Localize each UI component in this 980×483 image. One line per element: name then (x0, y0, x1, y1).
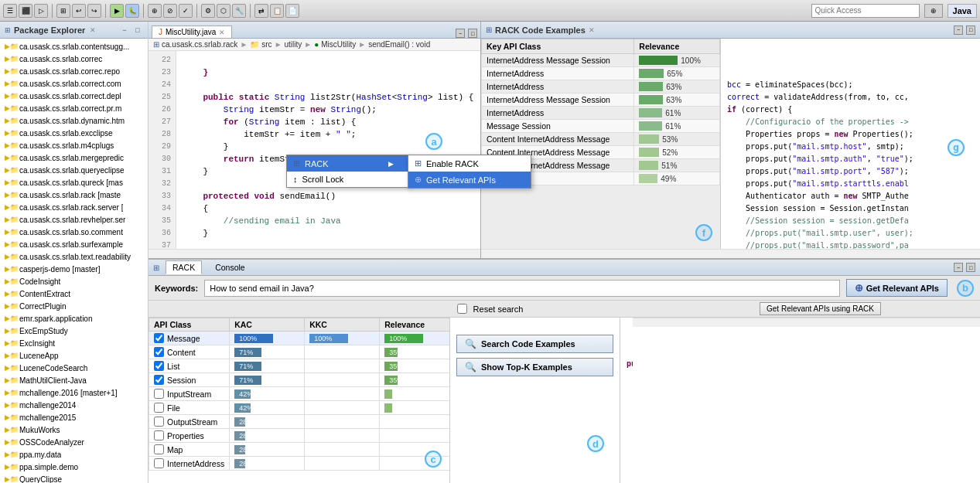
rack-examples-maximize[interactable]: □ (966, 26, 975, 35)
api-row-1[interactable]: Content 71% 35% (149, 345, 451, 359)
tree-item-30[interactable]: ▶📁mchallenge2015 (0, 411, 148, 423)
context-menu-scroll-item[interactable]: ↕ Scroll Lock (287, 172, 409, 187)
api-check-7[interactable] (154, 430, 164, 440)
tree-item-27[interactable]: ▶📁MathUtilClient-Java (0, 374, 148, 386)
bottom-code-scrollbar[interactable] (633, 318, 980, 327)
toolbar-btn-11[interactable]: ⬡ (217, 4, 230, 18)
toolbar-btn-4[interactable]: ⊞ (56, 4, 70, 18)
reset-search-checkbox[interactable] (457, 304, 467, 314)
tree-item-4[interactable]: ▶📁ca.usask.cs.srlab.correct.depl (0, 90, 148, 102)
search-code-examples-button[interactable]: 🔍 Search Code Examples (456, 335, 613, 353)
quick-access-input[interactable] (811, 4, 920, 18)
keywords-input[interactable] (204, 280, 839, 297)
code-lines[interactable]: } public static String list2Str(HashSet<… (176, 51, 480, 249)
api-check-5[interactable] (154, 403, 164, 413)
api-check-3[interactable] (154, 375, 164, 385)
rack-table-row-5[interactable]: Message Session 61% (482, 120, 720, 133)
rack-examples-scrollbar[interactable] (481, 249, 980, 258)
toolbar-btn-1[interactable]: ☰ (3, 4, 17, 18)
toolbar-btn-13[interactable]: ⇄ (254, 4, 268, 18)
tree-item-10[interactable]: ▶📁ca.usask.cs.srlab.queryeclipse (0, 164, 148, 176)
editor-tab-close[interactable]: ✕ (219, 29, 225, 36)
tree-item-23[interactable]: ▶📁ExcEmpStudy (0, 325, 148, 337)
api-check-1[interactable] (154, 347, 164, 357)
tree-item-16[interactable]: ▶📁ca.usask.cs.srlab.surfexample (0, 238, 148, 250)
editor-tab[interactable]: J MiscUtility.java ✕ (152, 26, 232, 38)
tree-item-22[interactable]: ▶📁emr.spark.application (0, 312, 148, 325)
rack-table-row-1[interactable]: InternetAddress 65% (482, 67, 720, 80)
submenu-get-apis[interactable]: ⊕ Get Relevant APIs (408, 172, 531, 188)
tree-item-28[interactable]: ▶📁mchallenge.2016 [master+1] (0, 386, 148, 399)
rack-table-row-6[interactable]: Content InternetAddress Message 53% (482, 133, 720, 146)
toolbar-btn-5[interactable]: ↩ (72, 4, 86, 18)
api-row-6[interactable]: OutputStream 28% (149, 415, 451, 429)
toolbar-btn-12[interactable]: 🔧 (232, 4, 246, 18)
tree-item-33[interactable]: ▶📁ppa.my.data (0, 448, 148, 461)
tree-item-21[interactable]: ▶📁CorrectPlugin (0, 300, 148, 312)
rack-table-row-0[interactable]: InternetAddress Message Session 100% (482, 54, 720, 67)
editor-minimize-btn[interactable]: − (456, 29, 465, 38)
tree-item-9[interactable]: ▶📁ca.usask.cs.srlab.mergepredic (0, 151, 148, 164)
api-row-4[interactable]: InputStream 42% (149, 387, 451, 401)
tree-item-34[interactable]: ▶📁ppa.simple.demo (0, 461, 148, 473)
submenu-enable-rack[interactable]: ⊞ Enable RACK (408, 155, 531, 172)
tree-item-29[interactable]: ▶📁mchallenge2014 (0, 399, 148, 411)
toolbar-btn-debug[interactable]: 🐛 (125, 4, 139, 18)
api-row-9[interactable]: InternetAddress 28% (149, 457, 451, 471)
tree-item-26[interactable]: ▶📁LuceneCodeSearch (0, 362, 148, 374)
api-check-0[interactable] (154, 333, 164, 343)
tree-item-13[interactable]: ▶📁ca.usask.cs.srlab.rack.server [ (0, 201, 148, 213)
tree-item-31[interactable]: ▶📁MukuWorks (0, 423, 148, 436)
tree-item-5[interactable]: ▶📁ca.usask.cs.srlab.correct.pr.m (0, 102, 148, 114)
bottom-rack-minimize[interactable]: − (954, 263, 963, 272)
tree-item-20[interactable]: ▶📁ContentExtract (0, 287, 148, 300)
toolbar-btn-14[interactable]: 📋 (270, 4, 284, 18)
tree-item-3[interactable]: ▶📁ca.usask.cs.srlab.correct.com (0, 77, 148, 90)
toolbar-btn-10[interactable]: ⚙ (201, 4, 215, 18)
api-check-9[interactable] (154, 458, 164, 468)
api-check-2[interactable] (154, 361, 164, 371)
tree-item-11[interactable]: ▶📁ca.usask.cs.srlab.qureck [mas (0, 176, 148, 189)
tree-item-1[interactable]: ▶📁ca.usask.cs.srlab.correc (0, 53, 148, 65)
toolbar-btn-8[interactable]: ⊘ (163, 4, 177, 18)
tree-item-14[interactable]: ▶📁ca.usask.cs.srlab.revhelper.ser (0, 213, 148, 226)
rack-table-row-2[interactable]: InternetAddress 63% (482, 80, 720, 94)
tree-item-25[interactable]: ▶📁LuceneApp (0, 349, 148, 362)
bottom-rack-maximize[interactable]: □ (966, 263, 975, 272)
tree-item-2[interactable]: ▶📁ca.usask.cs.srlab.correc.repo (0, 65, 148, 77)
editor-scrollbar-h[interactable] (149, 249, 480, 258)
toolbar-icon-right[interactable]: ⊕ (924, 4, 943, 18)
tree-item-35[interactable]: ▶📁QueryClipse (0, 473, 148, 483)
api-row-5[interactable]: File 42% (149, 401, 451, 415)
tree-item-7[interactable]: ▶📁ca.usask.cs.srlab.excclipse (0, 127, 148, 139)
tree-item-24[interactable]: ▶📁ExcInsight (0, 337, 148, 349)
toolbar-btn-2[interactable]: ⬛ (19, 4, 32, 18)
toolbar-btn-9[interactable]: ✓ (179, 4, 193, 18)
toolbar-btn-6[interactable]: ↪ (87, 4, 101, 18)
tree-item-19[interactable]: ▶📁CodeInsight (0, 275, 148, 287)
show-topk-examples-button[interactable]: 🔍 Show Top-K Examples (456, 358, 613, 376)
toolbar-btn-3[interactable]: ▷ (34, 4, 48, 18)
tree-item-0[interactable]: ▶📁ca.usask.cs.srlab.contentsugg... (0, 40, 148, 53)
api-row-8[interactable]: Map 28% (149, 443, 451, 457)
toolbar-btn-run[interactable]: ▶ (110, 4, 124, 18)
editor-maximize-btn[interactable]: □ (468, 29, 477, 38)
tree-item-17[interactable]: ▶📁ca.usask.cs.srlab.text.readability (0, 250, 148, 263)
toolbar-btn-15[interactable]: 📄 (285, 4, 299, 18)
minimize-panel-btn[interactable]: − (119, 25, 130, 36)
tree-item-12[interactable]: ▶📁ca.usask.cs.srlab.rack [maste (0, 189, 148, 201)
context-menu-rack-item[interactable]: ⊞ RACK ▶ (287, 155, 409, 172)
api-row-3[interactable]: Session 71% 35% (149, 373, 451, 387)
tree-item-8[interactable]: ▶📁ca.usask.cs.srlab.m4cplugs (0, 139, 148, 151)
api-check-4[interactable] (154, 389, 164, 399)
tree-item-18[interactable]: ▶📁casperjs-demo [master] (0, 263, 148, 275)
rack-tab-console[interactable]: Console (208, 260, 252, 274)
api-row-7[interactable]: Properties 28% (149, 429, 451, 443)
tree-item-32[interactable]: ▶📁OSSCodeAnalyzer (0, 436, 148, 448)
rack-examples-minimize[interactable]: − (954, 26, 963, 35)
api-row-2[interactable]: List 71% 35% (149, 359, 451, 373)
api-check-6[interactable] (154, 417, 164, 427)
api-check-8[interactable] (154, 444, 164, 454)
maximize-panel-btn[interactable]: □ (132, 25, 143, 36)
toolbar-btn-7[interactable]: ⊕ (148, 4, 162, 18)
